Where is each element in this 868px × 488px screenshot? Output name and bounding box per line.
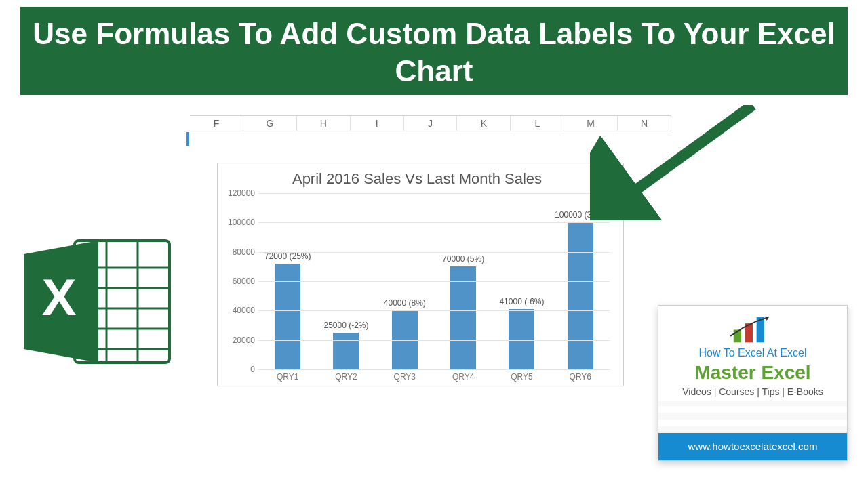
column-header: J: [404, 116, 458, 131]
chart-x-tick: QRY5: [497, 372, 547, 382]
chart-title: April 2016 Sales Vs Last Month Sales: [224, 170, 610, 188]
chart-gridline: [258, 369, 610, 370]
chart-gridline: [258, 252, 610, 253]
promo-tagline: How To Excel At Excel: [699, 347, 807, 359]
bar-chart: April 2016 Sales Vs Last Month Sales 720…: [217, 163, 624, 386]
chart-data-label: 41000 (-6%): [499, 297, 544, 306]
chart-y-tick: 20000: [224, 336, 255, 345]
column-header: M: [564, 116, 618, 131]
chart-bar: [450, 266, 476, 369]
chart-x-tick: QRY3: [380, 372, 430, 382]
promo-subhead: Videos | Courses | Tips | E-Books: [682, 386, 823, 397]
chart-bar-slot: 70000 (5%): [439, 266, 488, 369]
column-header: N: [618, 116, 671, 131]
column-header: I: [351, 116, 404, 131]
chart-y-tick: 100000: [224, 218, 255, 227]
column-header: H: [297, 116, 351, 131]
banner-title: Use Formulas To Add Custom Data Labels T…: [33, 17, 835, 87]
promo-card: How To Excel At Excel Master Excel Video…: [658, 305, 848, 461]
chart-data-label: 72000 (25%): [264, 251, 311, 261]
chart-data-label: 25000 (-2%): [323, 321, 368, 330]
chart-gridline: [258, 222, 610, 223]
svg-text:X: X: [42, 268, 77, 326]
chart-bar: [333, 333, 359, 369]
chart-data-label: 100000 (31%): [555, 210, 606, 220]
chart-y-tick: 80000: [224, 247, 255, 257]
chart-y-tick: 40000: [224, 306, 255, 315]
promo-url: www.howtoexcelatexcel.com: [658, 433, 847, 460]
column-header: K: [457, 116, 511, 131]
column-header: L: [511, 116, 564, 131]
chart-y-tick: 120000: [224, 188, 255, 198]
chart-bar-slot: 25000 (-2%): [321, 333, 371, 369]
chart-gridline: [258, 340, 610, 341]
chart-y-tick: 0: [224, 365, 255, 374]
chart-bar: [568, 222, 593, 369]
chart-bar-slot: 100000 (31%): [556, 222, 606, 369]
chart-bar: [509, 309, 534, 369]
column-header: G: [243, 116, 297, 131]
chart-bar-slot: 41000 (-6%): [497, 309, 547, 369]
chart-data-label: 70000 (5%): [442, 254, 484, 264]
chart-x-tick: QRY1: [263, 372, 313, 382]
active-cell-indicator: [186, 132, 189, 146]
title-banner: Use Formulas To Add Custom Data Labels T…: [20, 7, 848, 95]
chart-x-tick: QRY4: [439, 372, 488, 382]
chart-data-label: 40000 (8%): [384, 298, 426, 308]
chart-x-tick: QRY2: [321, 372, 371, 382]
chart-x-axis: QRY1QRY2QRY3QRY4QRY5QRY6: [258, 372, 610, 382]
chart-x-tick: QRY6: [556, 372, 606, 382]
promo-mini-chart-icon: [726, 314, 780, 346]
chart-plot-area: 72000 (25%)25000 (-2%)40000 (8%)70000 (5…: [258, 193, 610, 369]
chart-bar-slot: 72000 (25%): [263, 264, 313, 369]
promo-spreadsheet-bg: [658, 401, 847, 433]
chart-bar: [275, 264, 300, 369]
column-header: F: [190, 116, 243, 131]
promo-heading: Master Excel: [694, 362, 810, 384]
chart-gridline: [258, 193, 610, 194]
spreadsheet-column-headers: FGHIJKLMN: [190, 115, 671, 131]
chart-gridline: [258, 310, 610, 311]
chart-gridline: [258, 281, 610, 282]
chart-y-tick: 60000: [224, 277, 255, 286]
excel-logo-icon: X: [24, 234, 180, 369]
